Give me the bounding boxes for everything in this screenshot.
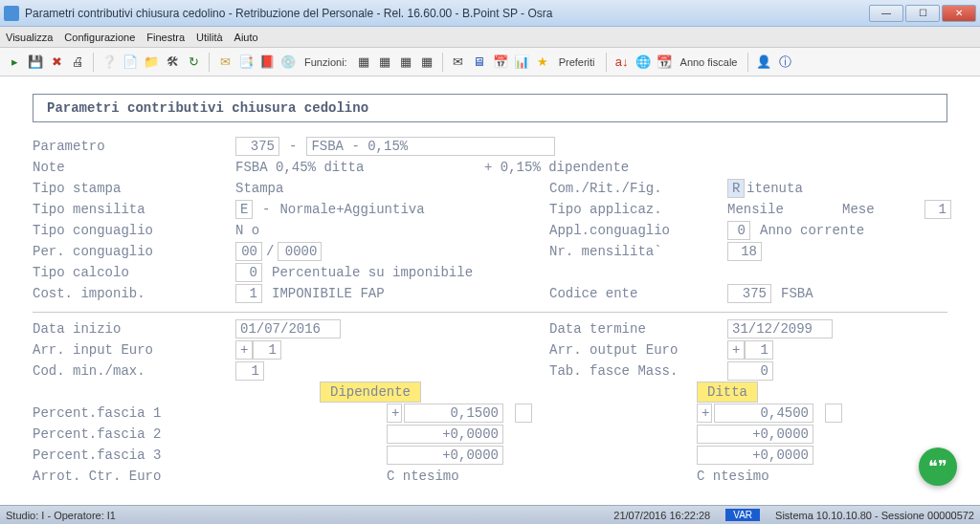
menu-aiuto[interactable]: Aiuto <box>234 32 258 43</box>
arr-output-sign: + <box>727 340 745 360</box>
tool-tool-icon[interactable]: 🛠 <box>164 54 181 71</box>
tool-refresh-icon[interactable]: ↻ <box>185 54 202 71</box>
tool-stack-icon[interactable]: 📑 <box>237 54 255 71</box>
fn-3-icon[interactable]: ▦ <box>397 54 414 71</box>
tab-fasce-label: Tab. fasce Mass. <box>549 363 727 379</box>
world-icon[interactable]: 🌐 <box>635 54 652 71</box>
tool-help-icon[interactable]: ❔ <box>100 54 118 71</box>
tipo-applicaz-label: Tipo applicaz. <box>549 202 727 217</box>
arr-output-label: Arr. output Euro <box>549 342 727 358</box>
data-termine-label: Data termine <box>549 321 727 337</box>
com-code-input[interactable]: R <box>727 179 745 198</box>
per-conguaglio-a: 00 <box>235 242 262 261</box>
app-icon <box>4 6 19 21</box>
tool-doc-icon[interactable]: 📄 <box>122 54 139 71</box>
menu-bar: Visualizza Configurazione Finestra Utili… <box>0 27 980 48</box>
note-b: + 0,15% dipendente <box>484 160 629 175</box>
tipo-stampa-value: Stampa <box>235 181 283 196</box>
arr-input-label: Arr. input Euro <box>33 342 235 358</box>
tool-book-icon[interactable]: 📕 <box>258 54 276 71</box>
tool-print-icon[interactable]: 🖨 <box>69 54 86 71</box>
arr-output-value: 1 <box>745 340 773 360</box>
toolbar-anno-label[interactable]: Anno fiscale <box>680 56 738 68</box>
tipo-stampa-label: Tipo stampa <box>33 181 235 196</box>
tool-run-icon[interactable]: ▸ <box>6 54 23 71</box>
tool-disk-icon[interactable]: 💿 <box>279 54 297 71</box>
tool-mail-icon[interactable]: ✉ <box>216 54 234 71</box>
arr-input-value: 1 <box>253 340 281 360</box>
appl-conguaglio-label: Appl.conguaglio <box>549 223 727 238</box>
tool-folder-icon[interactable]: 📁 <box>143 54 160 71</box>
pf1-dip-sign: + <box>387 404 402 423</box>
tipo-conguaglio-value: N o <box>235 223 259 238</box>
com-value: itenuta <box>746 181 803 196</box>
pf1-dit-minibox[interactable] <box>825 404 842 423</box>
window-minimize-button[interactable]: — <box>869 5 903 22</box>
tipo-calcolo-value: Percentuale su imponibile <box>272 265 473 280</box>
centesimo-dit: C ntesimo <box>697 469 769 484</box>
appl-conguaglio-code: 0 <box>727 221 750 240</box>
percent-fascia-2-label: Percent.fascia 2 <box>33 426 235 442</box>
mese-label: Mese <box>842 202 896 217</box>
codice-ente-code: 375 <box>727 284 771 303</box>
pf1-dip-minibox[interactable] <box>515 404 532 423</box>
appl-conguaglio-value: Anno corrente <box>760 223 864 238</box>
form-title: Parametri contributivi chiusura cedolino <box>33 94 947 122</box>
pf3-dit-value: +0,0000 <box>697 446 813 465</box>
tool-delete-icon[interactable]: ✖ <box>48 54 65 71</box>
nr-mensilita-label: Nr. mensilita` <box>549 244 727 259</box>
chat-fab-button[interactable]: ❝❞ <box>919 448 957 486</box>
codice-ente-value: FSBA <box>781 286 813 301</box>
year-icon[interactable]: 📆 <box>656 54 673 71</box>
fn-4-icon[interactable]: ▦ <box>418 54 435 71</box>
pf1-dip-value: 0,1500 <box>404 404 503 423</box>
fn-1-icon[interactable]: ▦ <box>355 54 372 71</box>
percent-fascia-3-label: Percent.fascia 3 <box>33 448 235 463</box>
fn-screen-icon[interactable]: 🖥 <box>471 54 488 71</box>
data-inizio-value: 01/07/2016 <box>235 319 341 338</box>
window-maximize-button[interactable]: ☐ <box>905 5 940 22</box>
menu-visualizza[interactable]: Visualizza <box>6 32 53 43</box>
arrot-ctr-label: Arrot. Ctr. Euro <box>33 469 235 484</box>
toolbar-preferiti-label[interactable]: Preferiti <box>559 56 595 68</box>
fn-envelope-icon[interactable]: ✉ <box>450 54 467 71</box>
fn-calendar-icon[interactable]: 📅 <box>492 54 509 71</box>
fn-chart-icon[interactable]: 📊 <box>513 54 530 71</box>
window-close-button[interactable]: ✕ <box>942 5 976 22</box>
tipo-conguaglio-label: Tipo conguaglio <box>33 223 235 238</box>
status-bar: Studio: I - Operatore: I1 21/07/2016 16:… <box>0 505 980 524</box>
centesimo-dip: C ntesimo <box>387 469 459 484</box>
form-area: Parametri contributivi chiusura cedolino… <box>0 76 980 505</box>
com-rit-fig-label: Com./Rit./Fig. <box>549 181 727 196</box>
quote-icon: ❝❞ <box>928 456 947 477</box>
pf2-dit-value: +0,0000 <box>697 425 813 444</box>
menu-finestra[interactable]: Finestra <box>146 32 185 43</box>
nr-mensilita-value: 18 <box>727 242 762 261</box>
tipo-mensilita-label: Tipo mensilita <box>33 202 235 217</box>
fn-2-icon[interactable]: ▦ <box>376 54 393 71</box>
user-icon[interactable]: 👤 <box>755 54 772 71</box>
pf3-dip-value: +0,0000 <box>387 446 503 465</box>
highlight-ditta: Ditta <box>697 382 758 403</box>
pf1-dit-sign: + <box>697 404 712 423</box>
window-titlebar: Parametri contributivi chiusura cedolino… <box>0 0 980 27</box>
pf2-dip-value: +0,0000 <box>387 425 503 444</box>
menu-utilita[interactable]: Utilità <box>196 32 223 43</box>
tool-save-icon[interactable]: 💾 <box>27 54 44 71</box>
status-session: Sistema 10.10.10.80 - Sessione 00000572 <box>775 510 974 521</box>
toolbar: ▸ 💾 ✖ 🖨 ❔ 📄 📁 🛠 ↻ ✉ 📑 📕 💿 Funzioni: ▦ ▦ … <box>0 48 980 76</box>
tipo-calcolo-code: 0 <box>235 263 262 282</box>
status-datetime: 21/07/2016 16:22:28 <box>613 510 710 521</box>
menu-configurazione[interactable]: Configurazione <box>64 32 135 43</box>
text-icon[interactable]: a↓ <box>613 54 631 71</box>
cost-imponib-label: Cost. imponib. <box>33 286 235 301</box>
tipo-mensilita-code: E <box>235 200 253 219</box>
status-studio: Studio: I - Operatore: I1 <box>6 510 116 521</box>
data-termine-value: 31/12/2099 <box>727 319 833 338</box>
note-a: FSBA 0,45% ditta <box>235 160 484 175</box>
favorites-star-icon[interactable]: ★ <box>534 54 551 71</box>
toolbar-funzioni-label: Funzioni: <box>304 56 347 68</box>
highlight-dipendente: Dipendente <box>320 382 421 403</box>
info-icon[interactable]: ⓘ <box>776 54 793 71</box>
window-title: Parametri contributivi chiusura cedolino… <box>25 7 869 20</box>
